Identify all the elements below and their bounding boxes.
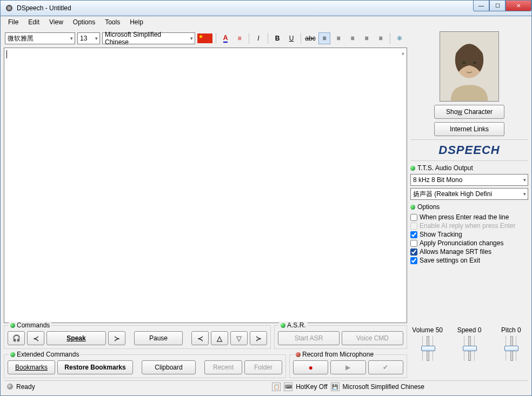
pitch-label: Pitch 0 bbox=[494, 326, 528, 334]
menu-file[interactable]: File bbox=[4, 17, 23, 27]
freeze-button[interactable]: ❄ bbox=[394, 32, 405, 44]
menu-tools[interactable]: Tools bbox=[101, 17, 124, 27]
pitch-slider[interactable] bbox=[506, 336, 516, 361]
options-heading: Options bbox=[410, 203, 528, 211]
sliders-panel: Volume 50 Speed 0 Pitch 0 bbox=[410, 325, 528, 378]
nav-down-button[interactable]: ▽ bbox=[230, 331, 248, 345]
titlebar: DSpeech - Untitled — ☐ ✕ bbox=[0, 0, 532, 16]
menu-options[interactable]: Options bbox=[69, 17, 99, 27]
format-toolbar: 微软雅黑 13 Microsoft Simplified Chinese A ≡… bbox=[4, 31, 407, 45]
start-asr-button[interactable]: Start ASR bbox=[278, 331, 340, 345]
svg-point-4 bbox=[473, 62, 476, 64]
volume-slider-col: Volume 50 bbox=[410, 326, 444, 361]
scroll-up-icon[interactable]: ▴ bbox=[402, 50, 404, 56]
audio-device-value: 扬声器 (Realtek High Defini bbox=[413, 190, 492, 199]
statusbar: Ready 📋 ⌨ HotKey Off 💾 Microsoft Simplif… bbox=[4, 380, 528, 392]
folder-button[interactable]: Folder bbox=[244, 360, 282, 374]
prev-button[interactable]: ≺ bbox=[27, 331, 44, 345]
record-button[interactable]: ● bbox=[293, 360, 328, 374]
menu-help[interactable]: Help bbox=[125, 17, 148, 27]
voice-combo[interactable]: Microsoft Simplified Chinese bbox=[102, 32, 195, 44]
list-button[interactable]: ≡ bbox=[234, 32, 245, 44]
recent-button[interactable]: Recent bbox=[204, 360, 242, 374]
speed-slider[interactable] bbox=[464, 336, 475, 361]
volume-slider[interactable] bbox=[422, 336, 433, 361]
commands-row: Commands 🎧 ≺ Speak ≻ Pause ≺ △ ▽ ≻ bbox=[4, 325, 407, 349]
clipboard-status-icon: 📋 bbox=[272, 382, 281, 391]
voice-cmd-button[interactable]: Voice CMD bbox=[342, 331, 403, 345]
nav-last-button[interactable]: ≻ bbox=[250, 331, 267, 345]
record-legend: Record from Microphone bbox=[294, 351, 375, 358]
speed-thumb[interactable] bbox=[463, 346, 477, 351]
nav-up-button[interactable]: △ bbox=[211, 331, 228, 345]
right-panel: Show Character Internet Links DSPEECH T.… bbox=[410, 31, 528, 323]
fontsize-combo[interactable]: 13 bbox=[77, 32, 100, 44]
italic-button[interactable]: I bbox=[252, 32, 264, 44]
next-button[interactable]: ≻ bbox=[108, 331, 125, 345]
underline-button[interactable]: U bbox=[285, 32, 297, 44]
pitch-slider-col: Pitch 0 bbox=[494, 326, 528, 361]
command-rows: Commands 🎧 ≺ Speak ≻ Pause ≺ △ ▽ ≻ bbox=[4, 325, 528, 378]
close-button[interactable]: ✕ bbox=[506, 1, 531, 11]
opt-enter-read[interactable]: When press Enter read the line bbox=[410, 213, 528, 222]
font-combo[interactable]: 微软雅黑 bbox=[5, 32, 75, 44]
play-recording-button[interactable]: ▶ bbox=[330, 360, 365, 374]
separator bbox=[301, 33, 301, 44]
volume-thumb[interactable] bbox=[421, 346, 435, 351]
strike-button[interactable]: abc bbox=[304, 32, 316, 44]
extended-row: Extended Commands Bookmarks Restore Book… bbox=[4, 354, 407, 378]
bullet-icon bbox=[296, 352, 301, 357]
pause-button[interactable]: Pause bbox=[134, 331, 183, 345]
opt-show-tracking[interactable]: Show Tracking bbox=[410, 230, 528, 239]
bold-button[interactable]: B bbox=[271, 32, 283, 44]
clipboard-button[interactable]: Clipboard bbox=[142, 360, 196, 374]
headset-button[interactable]: 🎧 bbox=[8, 331, 25, 345]
show-character-button[interactable]: Show Character bbox=[434, 105, 504, 119]
volume-label: Volume 50 bbox=[410, 326, 444, 334]
pitch-thumb[interactable] bbox=[504, 346, 518, 351]
font-combo-value: 微软雅黑 bbox=[8, 34, 34, 43]
commands-legend: Commands bbox=[9, 321, 51, 329]
align-left-button[interactable]: ≡ bbox=[318, 32, 330, 44]
flag-icon bbox=[197, 33, 212, 43]
voice-combo-value: Microsoft Simplified Chinese bbox=[105, 31, 186, 46]
opt-pronunciation[interactable]: Apply Pronunciation changes bbox=[410, 239, 528, 247]
left-column: 微软雅黑 13 Microsoft Simplified Chinese A ≡… bbox=[4, 31, 407, 323]
fontsize-value: 13 bbox=[80, 35, 87, 42]
audio-device-combo[interactable]: 扬声器 (Realtek High Defini bbox=[410, 188, 528, 200]
align-center-button[interactable]: ≡ bbox=[332, 32, 344, 44]
separator bbox=[249, 33, 249, 44]
opt-srt[interactable]: Allows Manage SRT files bbox=[410, 247, 528, 256]
align-right-button[interactable]: ≡ bbox=[347, 32, 358, 44]
extended-legend: Extended Commands bbox=[9, 351, 81, 358]
asr-legend: A.S.R. bbox=[279, 321, 308, 329]
audio-format-combo[interactable]: 8 kHz 8 Bit Mono bbox=[410, 174, 528, 186]
text-editor[interactable]: ▴ bbox=[4, 48, 407, 323]
align-justify-button[interactable]: ≡ bbox=[361, 32, 373, 44]
accept-recording-button[interactable]: ✔ bbox=[368, 360, 403, 374]
restore-bookmarks-button[interactable]: Restore Bookmarks bbox=[57, 360, 133, 374]
extended-commands-group: Extended Commands Bookmarks Restore Book… bbox=[4, 354, 286, 378]
commands-group: Commands 🎧 ≺ Speak ≻ Pause ≺ △ ▽ ≻ bbox=[4, 325, 271, 349]
speed-label: Speed 0 bbox=[452, 326, 486, 334]
speak-button[interactable]: Speak bbox=[46, 331, 106, 345]
opt-save-exit[interactable]: Save settings on Exit bbox=[410, 256, 528, 265]
bookmarks-button[interactable]: Bookmarks bbox=[8, 360, 55, 374]
separator bbox=[268, 33, 268, 44]
hotkey-status: HotKey Off bbox=[296, 383, 327, 391]
hotkey-icon: ⌨ bbox=[284, 382, 292, 391]
minimize-button[interactable]: — bbox=[473, 1, 489, 11]
maximize-button[interactable]: ☐ bbox=[489, 1, 506, 11]
save-status-icon: 💾 bbox=[331, 382, 340, 391]
font-color-button[interactable]: A bbox=[220, 32, 231, 44]
internet-links-button[interactable]: Internet Links bbox=[434, 122, 504, 136]
svg-point-3 bbox=[462, 62, 466, 64]
nav-first-button[interactable]: ≺ bbox=[191, 331, 209, 345]
main-row: 微软雅黑 13 Microsoft Simplified Chinese A ≡… bbox=[4, 31, 528, 323]
status-bullet-icon bbox=[7, 384, 13, 390]
menu-edit[interactable]: Edit bbox=[24, 17, 44, 27]
separator bbox=[216, 33, 216, 44]
status-ready: Ready bbox=[16, 383, 35, 391]
menu-view[interactable]: View bbox=[45, 17, 68, 27]
indent-button[interactable]: ≡ bbox=[375, 32, 387, 44]
